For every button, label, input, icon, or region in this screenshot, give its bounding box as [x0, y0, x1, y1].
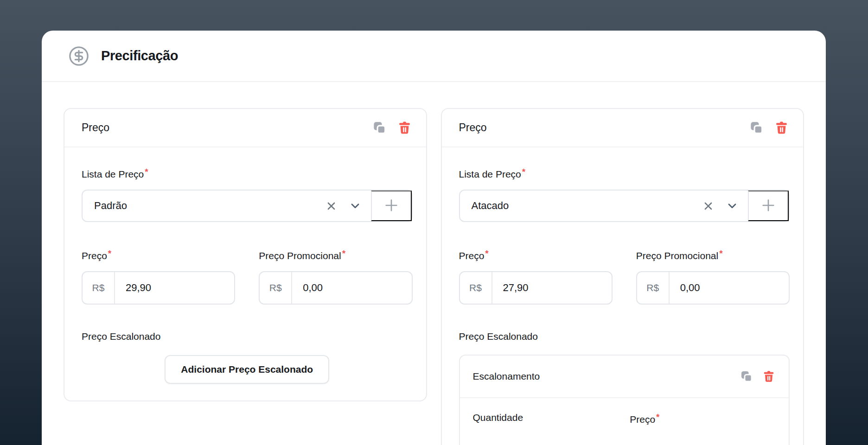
quantity-label: Quantidade: [473, 412, 619, 425]
price-list-label: Lista de Preço*: [459, 167, 790, 180]
panel-actions: [372, 121, 412, 135]
price-list-select: Padrão: [82, 190, 413, 222]
price-list-select-main[interactable]: Padrão: [83, 191, 371, 221]
add-price-list-button[interactable]: [748, 191, 789, 221]
price-input-value[interactable]: 29,90: [115, 272, 234, 304]
clear-icon[interactable]: [326, 201, 337, 211]
delete-tier-button[interactable]: [762, 370, 775, 383]
duplicate-price-button[interactable]: [372, 121, 387, 135]
price-list-select: Atacado: [459, 190, 790, 222]
price-list-select-value: Atacado: [472, 200, 690, 212]
required-marker: *: [719, 248, 722, 258]
panel-actions: [749, 121, 789, 135]
required-marker: *: [522, 167, 525, 177]
plus-icon: [384, 198, 399, 214]
panel-title: Preço: [82, 121, 109, 134]
required-marker: *: [145, 167, 148, 177]
copy-icon: [740, 370, 753, 383]
card-header: Precificação: [42, 31, 826, 82]
price-panel-header: Preço: [64, 109, 426, 147]
currency-prefix: R$: [260, 272, 292, 304]
tier-card-body: Quantidade Preço*: [460, 398, 789, 445]
chevron-down-icon[interactable]: [350, 200, 361, 211]
promo-price-field: Preço Promocional* R$ 0,00: [636, 248, 790, 305]
delete-price-button[interactable]: [397, 121, 412, 135]
tiered-price-label: Preço Escalonado: [82, 331, 413, 342]
price-fields-row: Preço* R$ 29,90 Preço Promocional* R$: [82, 248, 413, 305]
price-list-select-main[interactable]: Atacado: [460, 191, 748, 221]
copy-icon: [749, 121, 764, 135]
promo-price-input[interactable]: R$ 0,00: [259, 271, 412, 305]
tiered-price-label: Preço Escalonado: [459, 331, 790, 342]
promo-price-label: Preço Promocional*: [636, 248, 790, 261]
currency-prefix: R$: [637, 272, 670, 304]
trash-icon: [774, 121, 789, 135]
required-marker: *: [485, 248, 488, 258]
add-tiered-price-button[interactable]: Adicionar Preço Escalonado: [165, 355, 329, 384]
price-panel-header: Preço: [442, 109, 804, 147]
copy-icon: [372, 121, 387, 135]
duplicate-tier-button[interactable]: [740, 370, 753, 383]
duplicate-price-button[interactable]: [749, 121, 764, 135]
trash-icon: [762, 370, 775, 383]
tier-title: Escalonamento: [473, 371, 540, 382]
page-title: Precificação: [101, 48, 178, 64]
price-input[interactable]: R$ 29,90: [82, 271, 235, 305]
price-input-value[interactable]: 27,90: [492, 272, 612, 304]
tier-price-label: Preço*: [630, 412, 776, 425]
price-label: Preço*: [459, 248, 613, 261]
price-input[interactable]: R$ 27,90: [459, 271, 613, 305]
chevron-down-icon[interactable]: [727, 200, 738, 211]
card-body: Preço Lista de Preço* Padrão: [42, 82, 826, 445]
price-label: Preço*: [82, 248, 235, 261]
pricing-card: Precificação Preço Lista de Preço*: [42, 31, 826, 445]
price-panel: Preço Lista de Preço* Atacado: [441, 108, 804, 445]
tier-actions: [740, 370, 775, 383]
circle-dollar-icon: [68, 45, 89, 67]
trash-icon: [397, 121, 412, 135]
add-price-list-button[interactable]: [371, 191, 412, 221]
panel-title: Preço: [459, 121, 487, 134]
delete-price-button[interactable]: [774, 121, 789, 135]
price-list-label: Lista de Preço*: [82, 167, 413, 180]
plus-icon: [761, 198, 776, 214]
price-field: Preço* R$ 27,90: [459, 248, 613, 305]
price-panel: Preço Lista de Preço* Padrão: [64, 108, 427, 401]
required-marker: *: [342, 248, 345, 258]
promo-price-label: Preço Promocional*: [259, 248, 412, 261]
price-panel-body: Lista de Preço* Atacado Preço*: [442, 147, 804, 445]
promo-price-input-value[interactable]: 0,00: [292, 272, 411, 304]
promo-price-input-value[interactable]: 0,00: [670, 272, 789, 304]
price-fields-row: Preço* R$ 27,90 Preço Promocional* R$: [459, 248, 790, 305]
required-marker: *: [108, 248, 111, 258]
currency-prefix: R$: [83, 272, 115, 304]
promo-price-input[interactable]: R$ 0,00: [636, 271, 790, 305]
price-panel-body: Lista de Preço* Padrão Preço*: [64, 147, 426, 400]
price-list-select-value: Padrão: [94, 200, 313, 212]
price-field: Preço* R$ 29,90: [82, 248, 235, 305]
tier-card-header: Escalonamento: [460, 356, 789, 398]
clear-icon[interactable]: [703, 201, 714, 211]
required-marker: *: [656, 412, 659, 422]
tier-card: Escalonamento Quantidade: [459, 355, 790, 445]
currency-prefix: R$: [460, 272, 492, 304]
promo-price-field: Preço Promocional* R$ 0,00: [259, 248, 412, 305]
